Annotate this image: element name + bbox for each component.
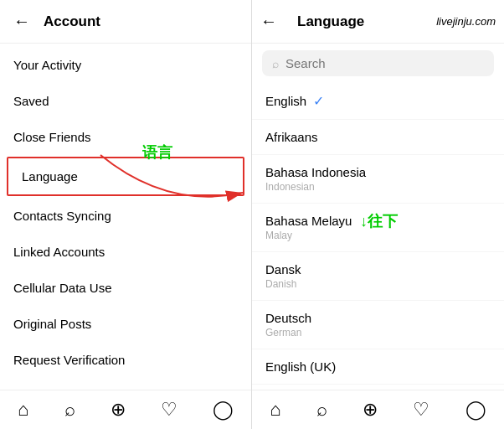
menu-item-original-posts[interactable]: Original Posts — [0, 306, 251, 342]
left-panel: ← Account Your ActivitySavedClose Friend… — [0, 0, 252, 429]
lang-name: Afrikaans — [265, 130, 491, 144]
lang-name: Deutsch — [265, 311, 491, 325]
menu-item-linked-accounts[interactable]: Linked Accounts — [0, 234, 251, 270]
right-nav-home[interactable]: ⌂ — [270, 399, 280, 421]
lang-name: English (UK) — [265, 359, 491, 374]
lang-item-deutsch[interactable]: DeutschGerman — [252, 301, 504, 349]
lang-item-afrikaans[interactable]: Afrikaans — [252, 120, 504, 155]
left-nav-home[interactable]: ⌂ — [18, 399, 28, 421]
right-nav-profile[interactable]: ◯ — [465, 399, 486, 421]
right-panel: ← Language livejinju.com ⌕ English✓Afrik… — [252, 0, 504, 429]
lang-sub: Indonesian — [265, 181, 491, 193]
checkmark-icon: ✓ — [313, 93, 324, 109]
right-panel-title: Language — [297, 13, 364, 30]
right-back-arrow[interactable]: ← — [260, 12, 277, 31]
search-icon: ⌕ — [272, 57, 279, 70]
lang-name: English✓ — [265, 93, 491, 109]
lang-sub: German — [265, 327, 491, 339]
search-input[interactable] — [285, 56, 484, 70]
account-menu-list: Your ActivitySavedClose FriendsLanguageC… — [0, 44, 251, 390]
menu-item-language[interactable]: Language — [7, 157, 244, 196]
right-nav-heart[interactable]: ♡ — [413, 399, 429, 421]
right-bottom-nav: ⌂ ⌕ ⊕ ♡ ◯ — [252, 390, 504, 429]
lang-item-bahasa-melayu[interactable]: Bahasa MelayuMalay — [252, 204, 504, 252]
left-back-arrow[interactable]: ← — [13, 12, 30, 31]
menu-item-your-activity[interactable]: Your Activity — [0, 47, 251, 83]
left-nav-profile[interactable]: ◯ — [213, 399, 234, 421]
lang-item-bahasa-indonesia[interactable]: Bahasa IndonesiaIndonesian — [252, 155, 504, 204]
lang-item-dansk[interactable]: DanskDanish — [252, 252, 504, 301]
right-nav-add[interactable]: ⊕ — [363, 399, 378, 421]
left-header: ← Account — [0, 0, 251, 44]
menu-item-contacts-syncing[interactable]: Contacts Syncing — [0, 198, 251, 234]
lang-item-english-uk[interactable]: English (UK) — [252, 349, 504, 385]
lang-name: Bahasa Indonesia — [265, 165, 491, 179]
left-panel-title: Account — [44, 13, 100, 30]
lang-sub: Malay — [265, 230, 491, 241]
menu-item-cellular-data-use[interactable]: Cellular Data Use — [0, 270, 251, 306]
menu-item-close-friends[interactable]: Close Friends — [0, 119, 251, 155]
menu-item-saved[interactable]: Saved — [0, 83, 251, 119]
left-nav-search[interactable]: ⌕ — [64, 399, 75, 421]
search-box: ⌕ — [262, 50, 494, 76]
right-nav-search[interactable]: ⌕ — [316, 399, 327, 421]
left-nav-heart[interactable]: ♡ — [161, 399, 177, 421]
menu-item-request-verification[interactable]: Request Verification — [0, 342, 251, 378]
left-nav-add[interactable]: ⊕ — [111, 399, 126, 421]
lang-name: Dansk — [265, 262, 491, 277]
site-label: livejinju.com — [436, 15, 496, 28]
left-bottom-nav: ⌂ ⌕ ⊕ ♡ ◯ — [0, 390, 251, 429]
lang-item-english[interactable]: English✓ — [252, 83, 504, 120]
language-list: English✓AfrikaansBahasa IndonesiaIndones… — [252, 83, 504, 390]
menu-item-posts-you've-liked[interactable]: Posts You've Liked — [0, 378, 251, 390]
lang-sub: Danish — [265, 278, 491, 290]
lang-name: Bahasa Melayu — [265, 214, 491, 228]
right-header: ← Language livejinju.com — [252, 0, 504, 44]
right-header-group: Language livejinju.com — [297, 13, 496, 30]
